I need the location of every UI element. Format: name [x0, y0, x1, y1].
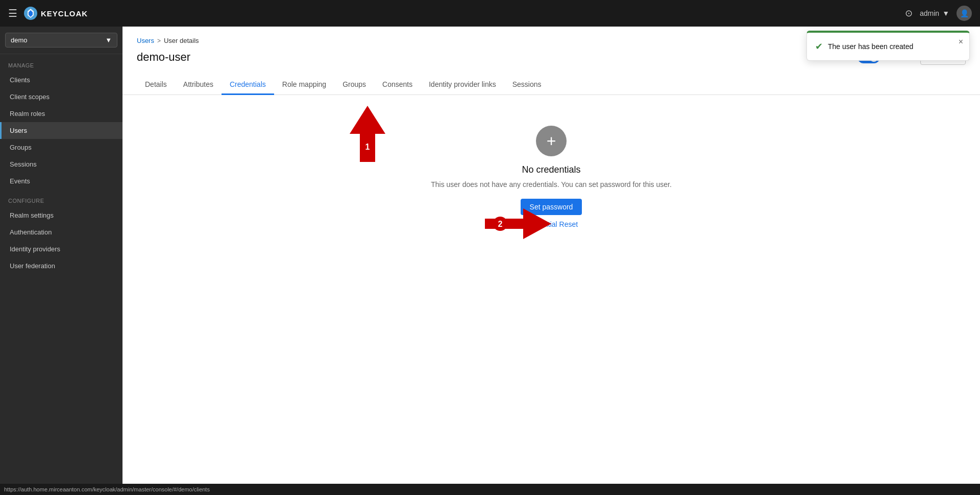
sidebar-item-events[interactable]: Events — [0, 173, 122, 190]
user-menu[interactable]: admin ▼ — [920, 9, 949, 17]
sidebar-item-users[interactable]: Users — [0, 122, 122, 139]
authentication-label: Authentication — [10, 228, 52, 236]
realm-selector: demo ▼ — [0, 27, 122, 54]
manage-section-label: Manage — [0, 54, 122, 72]
user-dropdown-icon: ▼ — [942, 9, 949, 17]
plus-icon: + — [547, 132, 556, 151]
tab-credentials[interactable]: Credentials — [222, 75, 274, 95]
credentials-content: + No credentials This user does not have… — [122, 95, 980, 249]
hamburger-menu-icon[interactable]: ☰ — [8, 7, 17, 19]
topbar: ☰ KEYCLOAK ⊙ admin ▼ 👤 — [0, 0, 980, 27]
realm-name: demo — [11, 36, 28, 44]
help-icon[interactable]: ⊙ — [905, 8, 913, 19]
tab-details[interactable]: Details — [137, 75, 175, 95]
breadcrumb-users-link[interactable]: Users — [137, 37, 154, 44]
events-label: Events — [10, 177, 30, 185]
toast-message: The user has been created — [828, 42, 913, 51]
user-federation-label: User federation — [10, 262, 55, 270]
realm-settings-label: Realm settings — [10, 211, 54, 219]
breadcrumb-separator: > — [157, 37, 161, 44]
users-label: Users — [10, 127, 27, 134]
tab-groups[interactable]: Groups — [334, 75, 374, 95]
clients-label: Clients — [10, 76, 30, 84]
sidebar-item-groups[interactable]: Groups — [0, 139, 122, 156]
main-content: Users > User details demo-user Enabled A… — [122, 27, 980, 484]
logo-text: KEYCLOAK — [41, 9, 88, 18]
sidebar-item-sessions[interactable]: Sessions — [0, 156, 122, 173]
sidebar: demo ▼ Manage Clients Client scopes Real… — [0, 27, 122, 484]
sidebar-item-realm-roles[interactable]: Realm roles — [0, 105, 122, 122]
sidebar-item-realm-settings[interactable]: Realm settings — [0, 207, 122, 224]
layout: demo ▼ Manage Clients Client scopes Real… — [0, 27, 980, 484]
client-scopes-label: Client scopes — [10, 93, 50, 101]
toast-close-button[interactable]: × — [959, 38, 963, 46]
toast-check-icon: ✔ — [815, 41, 823, 52]
svg-text:2: 2 — [498, 220, 503, 228]
no-credentials-icon: + — [536, 126, 567, 156]
annotation-arrow-1: 1 — [350, 106, 385, 164]
realm-dropdown[interactable]: demo ▼ — [5, 33, 117, 48]
tabs: Details Attributes Credentials Role mapp… — [122, 75, 980, 95]
realm-roles-label: Realm roles — [10, 110, 45, 117]
keycloak-logo-icon — [23, 6, 38, 20]
page-title: demo-user — [137, 51, 190, 64]
no-credentials-title: No credentials — [522, 164, 580, 175]
no-credentials-desc: This user does not have any credentials.… — [431, 180, 672, 188]
identity-providers-label: Identity providers — [10, 245, 60, 253]
toast-notification: ✔ The user has been created × — [806, 31, 970, 61]
tab-consents[interactable]: Consents — [374, 75, 421, 95]
avatar-icon: 👤 — [960, 9, 969, 17]
breadcrumb-current: User details — [164, 37, 199, 44]
topbar-right: ⊙ admin ▼ 👤 — [905, 6, 972, 21]
configure-section-label: Configure — [0, 190, 122, 207]
tab-role-mapping[interactable]: Role mapping — [274, 75, 334, 95]
annotation-arrow-2: 2 — [485, 208, 551, 241]
svg-text:1: 1 — [365, 143, 370, 151]
sidebar-item-client-scopes[interactable]: Client scopes — [0, 88, 122, 105]
sessions-label: Sessions — [10, 160, 37, 168]
sidebar-item-user-federation[interactable]: User federation — [0, 257, 122, 274]
sidebar-item-identity-providers[interactable]: Identity providers — [0, 241, 122, 257]
avatar[interactable]: 👤 — [957, 6, 972, 21]
tab-identity-provider-links[interactable]: Identity provider links — [421, 75, 504, 95]
sidebar-item-clients[interactable]: Clients — [0, 72, 122, 88]
tab-sessions[interactable]: Sessions — [504, 75, 550, 95]
logo: KEYCLOAK — [23, 6, 88, 20]
groups-label: Groups — [10, 144, 32, 151]
user-name: admin — [920, 9, 939, 17]
realm-dropdown-icon: ▼ — [105, 36, 112, 44]
statusbar-url: https://auth.home.mirceaanton.com/keyclo… — [4, 486, 210, 492]
sidebar-item-authentication[interactable]: Authentication — [0, 224, 122, 241]
statusbar: https://auth.home.mirceaanton.com/keyclo… — [0, 484, 980, 495]
tab-attributes[interactable]: Attributes — [175, 75, 222, 95]
